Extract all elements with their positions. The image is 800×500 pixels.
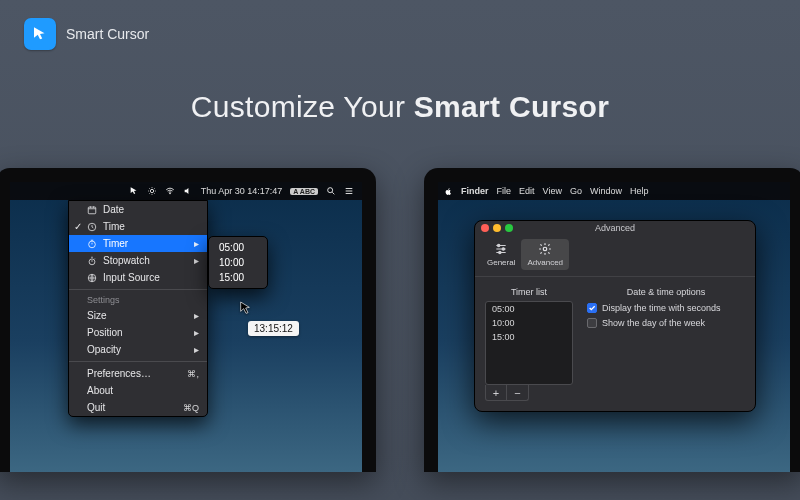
svg-point-8 — [498, 244, 500, 246]
laptop-right: Finder File Edit View Go Window Help Adv… — [424, 168, 800, 472]
laptop-left: Thu Apr 30 14:17:47 A ABC Date ✓ Time Ti… — [0, 168, 376, 472]
timer-listbox[interactable]: 05:00 10:00 15:00 — [485, 301, 573, 385]
dropdown-menu: Date ✓ Time Timer ▸ Stopwatch ▸ Input So… — [68, 200, 208, 417]
calendar-icon — [87, 205, 97, 215]
svg-point-10 — [499, 251, 501, 253]
chevron-right-icon: ▸ — [194, 310, 199, 321]
settings-group-label: Settings — [69, 293, 207, 307]
screen-left: Thu Apr 30 14:17:47 A ABC Date ✓ Time Ti… — [10, 182, 362, 472]
menu-item-quit[interactable]: Quit⌘Q — [69, 399, 207, 416]
svg-rect-3 — [88, 207, 96, 214]
stopwatch-icon — [87, 256, 97, 266]
add-button[interactable]: + — [486, 385, 507, 400]
menu-item-input-source[interactable]: Input Source — [69, 269, 207, 286]
menu-item-position[interactable]: Position▸ — [69, 324, 207, 341]
screen-right: Finder File Edit View Go Window Help Adv… — [438, 182, 790, 472]
preferences-window: Advanced General Advanced Timer list 05:… — [474, 220, 756, 412]
check-icon: ✓ — [74, 221, 82, 232]
svg-point-0 — [150, 189, 153, 192]
menubar-status: Thu Apr 30 14:17:47 A ABC — [10, 182, 362, 200]
option-dayofweek[interactable]: Show the day of the week — [587, 318, 745, 328]
tab-advanced[interactable]: Advanced — [521, 239, 569, 270]
timer-list-label: Timer list — [485, 287, 573, 297]
svg-point-11 — [544, 247, 548, 251]
list-item[interactable]: 05:00 — [486, 302, 572, 316]
menubar-datetime[interactable]: Thu Apr 30 14:17:47 — [201, 186, 283, 196]
list-item[interactable]: 15:00 — [486, 330, 572, 344]
checkbox-unchecked-icon[interactable] — [587, 318, 597, 328]
menubar-item[interactable]: Go — [570, 186, 582, 196]
menubar-item[interactable]: Edit — [519, 186, 535, 196]
app-icon — [24, 18, 56, 50]
menu-item-time[interactable]: ✓ Time — [69, 218, 207, 235]
menubar-item[interactable]: Finder — [461, 186, 489, 196]
spotlight-icon[interactable] — [326, 186, 336, 196]
apple-icon[interactable] — [444, 187, 453, 196]
cursor-pointer-icon — [238, 300, 254, 320]
gear-icon — [538, 242, 552, 256]
option-seconds[interactable]: Display the time with seconds — [587, 303, 745, 313]
submenu-item[interactable]: 05:00 — [209, 240, 267, 255]
submenu-item[interactable]: 15:00 — [209, 270, 267, 285]
menubar-item[interactable]: Help — [630, 186, 649, 196]
list-item[interactable]: 10:00 — [486, 316, 572, 330]
volume-icon[interactable] — [183, 186, 193, 196]
remove-button[interactable]: − — [507, 385, 528, 400]
chevron-right-icon: ▸ — [194, 255, 199, 266]
menu-item-about[interactable]: About — [69, 382, 207, 399]
menubar-item[interactable]: File — [497, 186, 512, 196]
headline: Customize Your Smart Cursor — [0, 90, 800, 124]
menubar-app: Finder File Edit View Go Window Help — [438, 182, 790, 200]
menu-item-timer[interactable]: Timer ▸ — [69, 235, 207, 252]
chevron-right-icon: ▸ — [194, 238, 199, 249]
sliders-icon — [494, 242, 508, 256]
menu-item-opacity[interactable]: Opacity▸ — [69, 341, 207, 358]
menubar-item[interactable]: View — [543, 186, 562, 196]
svg-point-1 — [169, 193, 170, 194]
menu-item-preferences[interactable]: Preferences…⌘, — [69, 365, 207, 382]
tab-general[interactable]: General — [481, 239, 521, 270]
globe-icon — [87, 273, 97, 283]
display-icon[interactable] — [147, 186, 157, 196]
wifi-icon[interactable] — [165, 186, 175, 196]
window-titlebar[interactable]: Advanced — [475, 221, 755, 235]
app-menubar-icon[interactable] — [129, 186, 139, 196]
window-title: Advanced — [475, 223, 755, 233]
app-name: Smart Cursor — [66, 26, 149, 42]
timer-submenu: 05:00 10:00 15:00 — [208, 236, 268, 289]
cursor-time-tag: 13:15:12 — [248, 321, 299, 336]
menu-item-stopwatch[interactable]: Stopwatch ▸ — [69, 252, 207, 269]
timer-icon — [87, 239, 97, 249]
input-source-badge[interactable]: A ABC — [290, 188, 318, 195]
chevron-right-icon: ▸ — [194, 327, 199, 338]
menubar-item[interactable]: Window — [590, 186, 622, 196]
svg-point-9 — [502, 248, 504, 250]
chevron-right-icon: ▸ — [194, 344, 199, 355]
clock-icon — [87, 222, 97, 232]
notification-center-icon[interactable] — [344, 186, 354, 196]
options-label: Date & time options — [587, 287, 745, 297]
menu-item-size[interactable]: Size▸ — [69, 307, 207, 324]
menu-item-date[interactable]: Date — [69, 201, 207, 218]
checkbox-checked-icon[interactable] — [587, 303, 597, 313]
submenu-item[interactable]: 10:00 — [209, 255, 267, 270]
svg-point-2 — [328, 188, 333, 193]
